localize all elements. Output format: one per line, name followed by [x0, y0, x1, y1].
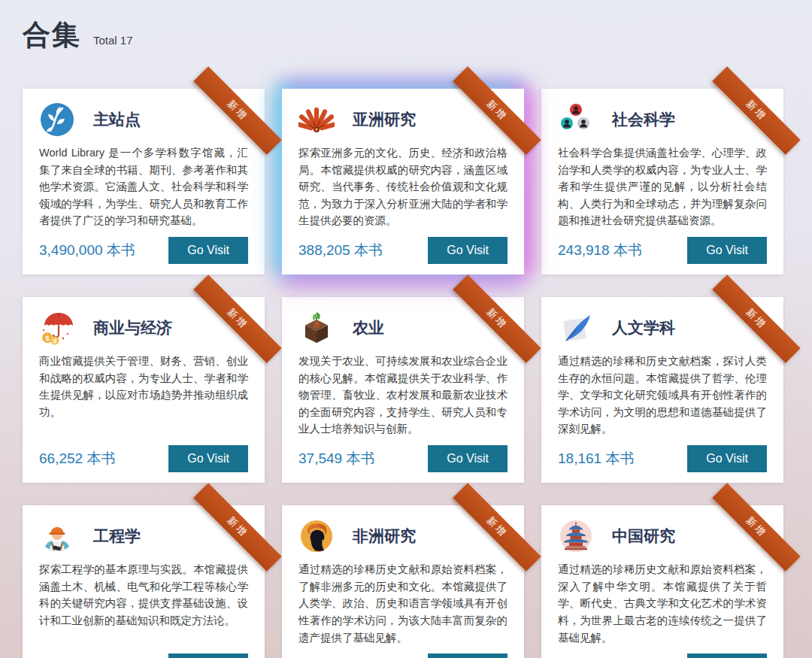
go-visit-button[interactable]: Go Visit: [687, 445, 767, 472]
quill-pen-icon: [558, 310, 594, 346]
card-footer: 3,490,000 本书 Go Visit: [39, 237, 248, 264]
collection-card: 新增 社会科学 社会科学合集提供涵盖社会学、心理学、政治学和人类学的权威内容，为…: [541, 89, 783, 274]
turban-portrait-icon: [298, 518, 335, 554]
collection-description: 探索工程学的基本原理与实践。本馆藏提供涵盖土木、机械、电气和化学工程等核心学科的…: [39, 561, 248, 629]
collection-description: 探索亚洲多元的文化、历史、经济和政治格局。本馆藏提供权威的研究内容，涵盖区域研究…: [298, 144, 508, 229]
book-count-number: 3,490,000: [39, 242, 103, 258]
go-visit-button[interactable]: Go Visit: [428, 237, 508, 264]
card-header: 非洲研究: [298, 518, 508, 554]
book-count-unit: 本书: [107, 242, 135, 258]
total-count-label: Total 17: [93, 34, 133, 47]
book-count-number: 66,252: [39, 450, 83, 466]
go-visit-button[interactable]: Go Visit: [687, 237, 767, 264]
people-avatars-icon: [558, 102, 594, 138]
collection-title: 人文学科: [612, 317, 675, 338]
collection-card: 新增 主站点 World Library 是一个多学科数字馆藏，汇集了来自全球的…: [23, 89, 265, 274]
collection-title: 农业: [353, 317, 384, 338]
book-count: 388,205 本书: [298, 241, 383, 260]
card-header: 社会科学: [558, 102, 767, 138]
book-count-number: 243,918: [558, 242, 610, 258]
card-header: 农业: [298, 310, 508, 346]
card-header: $$ 商业与经济: [39, 310, 248, 346]
book-count: 243,918 本书: [558, 241, 642, 260]
collection-title: 商业与经济: [93, 317, 172, 338]
book-count: 37,549 本书: [298, 449, 374, 468]
collection-description: 通过精选的珍稀和历史文献档案，探讨人类生存的永恒问题。本馆藏提供了哲学、伦理学、…: [558, 353, 767, 438]
collection-card: 新增 亚洲研究 探索亚洲多元的文化、历史、经济和政治格局。本馆藏提供权威的研究内…: [282, 89, 524, 274]
collection-description: 社会科学合集提供涵盖社会学、心理学、政治学和人类学的权威内容，为专业人士、学者和…: [558, 144, 767, 229]
card-header: 人文学科: [558, 310, 767, 346]
collection-description: 通过精选的珍稀历史文献和原始资料档案，了解非洲多元的历史和文化。本馆藏提供了人类…: [298, 561, 508, 646]
collection-card: 新增 $$ 商业与经济 商业馆藏提供关于管理、财务、营销、创业和战略的权威内容，…: [23, 297, 265, 483]
card-header: 工程学: [39, 518, 248, 554]
collection-card: 新增 非洲研究 通过精选的珍稀历史文献和原始资料档案，了解非洲多元的历史和文化。…: [282, 505, 524, 658]
collections-grid: 新增 主站点 World Library 是一个多学科数字馆藏，汇集了来自全球的…: [0, 54, 812, 658]
go-visit-button[interactable]: Go Visit: [428, 445, 508, 472]
soil-sprout-icon: [298, 310, 335, 346]
collection-card: 新增 中国研究 通过精选的珍稀历史文献和原始资料档案，深入了解中华文明。本馆藏提…: [541, 505, 783, 658]
book-count: 18,161 本书: [558, 449, 634, 468]
collection-description: 商业馆藏提供关于管理、财务、营销、创业和战略的权威内容，为专业人士、学者和学生提…: [39, 353, 248, 420]
book-count-unit: 本书: [614, 242, 642, 258]
collection-description: 发现关于农业、可持续发展和农业综合企业的核心见解。本馆藏提供关于农业科学、作物管…: [298, 353, 508, 438]
card-footer: 243,918 本书 Go Visit: [558, 237, 767, 264]
collection-card: 新增 农业 发现关于农业、可持续发展和农业综合企业的核心见解。本馆藏提供关于农业…: [282, 297, 524, 483]
card-header: 亚洲研究: [298, 102, 508, 138]
temple-icon: [558, 518, 594, 554]
collection-card: 新增 人文学科 通过精选的珍稀和历史文献档案，探讨人类生存的永恒问题。本馆藏提供…: [541, 297, 783, 483]
card-header: 中国研究: [558, 518, 767, 554]
construction-worker-icon: [39, 518, 75, 554]
collection-title: 非洲研究: [353, 526, 416, 547]
book-count: 66,252 本书: [39, 449, 115, 468]
go-visit-button[interactable]: Go Visit: [687, 653, 767, 658]
collection-description: World Library 是一个多学科数字馆藏，汇集了来自全球的书籍、期刊、参…: [39, 144, 248, 229]
collection-title: 工程学: [93, 526, 141, 547]
go-visit-button[interactable]: Go Visit: [168, 653, 248, 658]
book-count-number: 388,205: [298, 242, 350, 258]
umbrella-coins-icon: $$: [39, 310, 75, 346]
book-count: 3,490,000 本书: [39, 241, 135, 260]
book-count-unit: 本书: [605, 450, 634, 466]
page-header: 合集 Total 17: [0, 0, 812, 54]
card-footer: 93677 本书 Go Visit: [558, 653, 767, 658]
go-visit-button[interactable]: Go Visit: [168, 237, 248, 264]
card-footer: 33,076 本书 Go Visit: [298, 653, 508, 658]
svg-text:$: $: [45, 335, 49, 342]
card-footer: 388,205 本书 Go Visit: [298, 237, 508, 264]
card-footer: 51,802 本书 Go Visit: [39, 653, 248, 658]
card-header: 主站点: [39, 102, 248, 138]
card-footer: 18,161 本书 Go Visit: [558, 445, 767, 472]
card-footer: 37,549 本书 Go Visit: [298, 445, 508, 472]
book-count-unit: 本书: [346, 450, 374, 466]
collection-description: 通过精选的珍稀历史文献和原始资料档案，深入了解中华文明。本馆藏提供了关于哲学、断…: [558, 561, 767, 646]
book-count-unit: 本书: [354, 242, 383, 258]
folding-fan-icon: [298, 102, 335, 138]
collection-title: 亚洲研究: [353, 109, 416, 130]
page-title: 合集: [23, 17, 81, 54]
go-visit-button[interactable]: Go Visit: [428, 653, 508, 658]
collection-title: 中国研究: [612, 526, 675, 547]
go-visit-button[interactable]: Go Visit: [168, 445, 248, 472]
collection-title: 主站点: [93, 109, 141, 130]
book-count-unit: 本书: [86, 450, 115, 466]
book-count-number: 37,549: [298, 450, 342, 466]
book-count-number: 18,161: [558, 450, 601, 466]
plant-globe-icon: [39, 102, 75, 138]
collection-title: 社会科学: [612, 109, 675, 130]
collection-card: 新增 工程学 探索工程学的基本原理与实践。本馆藏提供涵盖土木、机械、电气和化学工…: [23, 505, 265, 658]
card-footer: 66,252 本书 Go Visit: [39, 445, 248, 472]
